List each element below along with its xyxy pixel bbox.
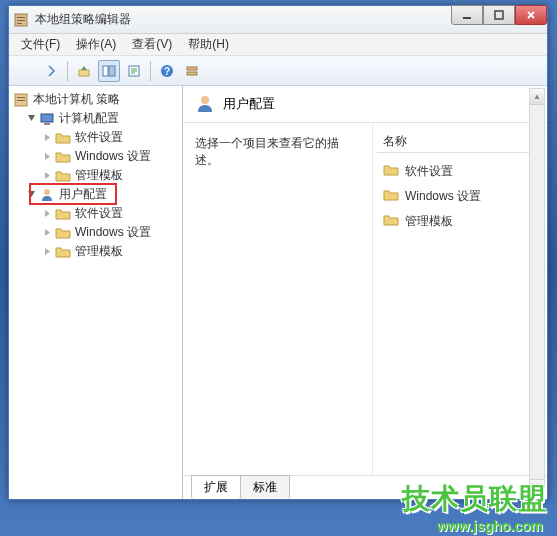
app-icon [13,12,29,28]
tabs: 扩展 标准 [183,475,547,499]
content-title: 用户配置 [223,95,275,113]
folder-icon [55,130,71,146]
toolbar-separator [150,61,151,81]
folder-icon [55,149,71,165]
item-label: 软件设置 [405,163,453,180]
folder-icon [383,212,399,231]
item-label: Windows 设置 [405,188,481,205]
tree-windows-settings[interactable]: Windows 设置 [9,223,182,242]
tree-label: 计算机配置 [59,110,119,127]
policy-icon [13,92,29,108]
expand-icon[interactable] [41,151,53,163]
folder-icon [55,168,71,184]
description-text: 选择一个项目来查看它的描述。 [195,136,339,167]
toolbar-separator [67,61,68,81]
user-icon [195,94,215,114]
close-button[interactable] [515,5,547,25]
expand-icon[interactable] [41,227,53,239]
tree-label: 用户配置 [59,186,107,203]
expand-icon[interactable] [41,246,53,258]
minimize-button[interactable] [451,5,483,25]
menubar: 文件(F) 操作(A) 查看(V) 帮助(H) [9,34,547,56]
up-button[interactable] [73,60,95,82]
collapse-icon[interactable] [25,113,37,125]
expand-icon[interactable] [41,170,53,182]
svg-rect-8 [109,66,115,76]
tree-user-config[interactable]: 用户配置 [9,185,182,204]
content-body: 选择一个项目来查看它的描述。 名称 软件设置 Windows 设置 管理模板 [183,123,547,475]
svg-rect-4 [463,17,471,19]
list-item[interactable]: Windows 设置 [377,184,543,209]
svg-rect-2 [17,20,25,21]
tree-templates[interactable]: 管理模板 [9,166,182,185]
tree-label: 管理模板 [75,243,123,260]
help-button[interactable]: ? [156,60,178,82]
folder-icon [55,244,71,260]
content-pane: 用户配置 选择一个项目来查看它的描述。 名称 软件设置 Windows 设置 [183,86,547,499]
titlebar: 本地组策略编辑器 [9,6,547,34]
app-window: 本地组策略编辑器 文件(F) 操作(A) 查看(V) 帮助(H) ? 本地计算机… [8,5,548,500]
svg-rect-12 [187,67,197,70]
menu-help[interactable]: 帮助(H) [182,34,235,55]
folder-icon [55,225,71,241]
svg-point-19 [44,189,50,195]
folder-icon [383,187,399,206]
tree-label: 软件设置 [75,129,123,146]
forward-button[interactable] [40,60,62,82]
show-hide-tree-button[interactable] [98,60,120,82]
folder-icon [383,162,399,181]
tree-computer-config[interactable]: 计算机配置 [9,109,182,128]
menu-view[interactable]: 查看(V) [126,34,178,55]
scroll-up-icon[interactable]: ▲ [530,89,544,105]
svg-rect-7 [103,66,108,76]
svg-rect-13 [187,72,197,75]
body-area: 本地计算机 策略 计算机配置 软件设置 Windows 设置 管理模板 [9,86,547,499]
tree-label: Windows 设置 [75,148,151,165]
collapse-icon[interactable] [25,189,37,201]
tree-software-settings[interactable]: 软件设置 [9,204,182,223]
menu-action[interactable]: 操作(A) [70,34,122,55]
svg-rect-15 [17,97,25,98]
window-controls [451,5,547,25]
column-header-name[interactable]: 名称 [377,131,543,153]
toolbar: ? [9,56,547,86]
tree-software-settings[interactable]: 软件设置 [9,128,182,147]
tab-standard[interactable]: 标准 [240,475,290,499]
computer-icon [39,111,55,127]
tree-pane[interactable]: 本地计算机 策略 计算机配置 软件设置 Windows 设置 管理模板 [9,86,183,499]
filter-button[interactable] [181,60,203,82]
svg-rect-6 [79,70,89,76]
description-pane: 选择一个项目来查看它的描述。 [183,123,373,475]
menu-file[interactable]: 文件(F) [15,34,66,55]
properties-button[interactable] [123,60,145,82]
tree-label: Windows 设置 [75,224,151,241]
back-button[interactable] [15,60,37,82]
tree-root[interactable]: 本地计算机 策略 [9,90,182,109]
list-item[interactable]: 软件设置 [377,159,543,184]
tab-extended[interactable]: 扩展 [191,475,241,499]
svg-rect-17 [41,114,53,122]
svg-rect-18 [44,123,50,125]
vertical-scrollbar[interactable]: ▲ ▼ [529,88,545,496]
tree-windows-settings[interactable]: Windows 设置 [9,147,182,166]
svg-rect-16 [17,100,25,101]
tree-label: 软件设置 [75,205,123,222]
tree-templates[interactable]: 管理模板 [9,242,182,261]
user-icon [39,187,55,203]
svg-text:?: ? [164,66,170,77]
tree-label: 本地计算机 策略 [33,91,120,108]
content-header: 用户配置 [183,86,547,123]
maximize-button[interactable] [483,5,515,25]
svg-rect-1 [17,17,25,18]
scroll-down-icon[interactable]: ▼ [530,479,544,495]
list-item[interactable]: 管理模板 [377,209,543,234]
svg-rect-5 [495,11,503,19]
tree-label: 管理模板 [75,167,123,184]
folder-icon [55,206,71,222]
expand-icon[interactable] [41,208,53,220]
watermark-url: www.jsgho.com [437,518,543,534]
svg-rect-3 [17,23,22,24]
svg-point-20 [201,96,209,104]
list-pane[interactable]: 名称 软件设置 Windows 设置 管理模板 [373,123,547,475]
expand-icon[interactable] [41,132,53,144]
